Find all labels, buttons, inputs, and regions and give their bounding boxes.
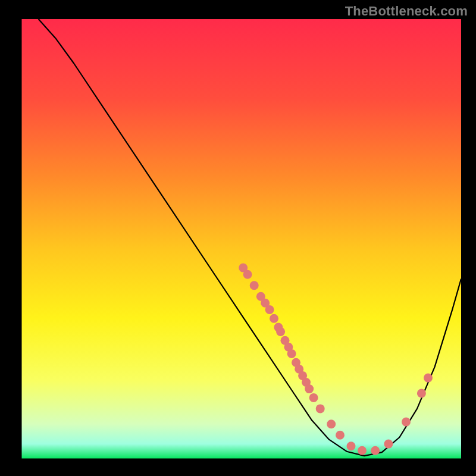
data-point [402,418,411,427]
data-point [336,431,345,440]
data-point [327,419,336,428]
data-point [358,446,367,455]
data-point [276,327,285,336]
data-point [316,404,325,413]
data-point [243,270,252,279]
data-point [270,314,278,323]
data-point [305,384,314,393]
data-point [384,440,393,449]
data-point [287,349,296,358]
data-point [371,446,380,455]
data-point [309,393,318,402]
data-point [347,441,356,450]
data-point [250,281,259,290]
data-point [424,374,433,383]
data-point [417,389,426,398]
data-point [265,305,274,314]
chart-canvas [0,0,476,476]
plot-background [21,19,461,459]
